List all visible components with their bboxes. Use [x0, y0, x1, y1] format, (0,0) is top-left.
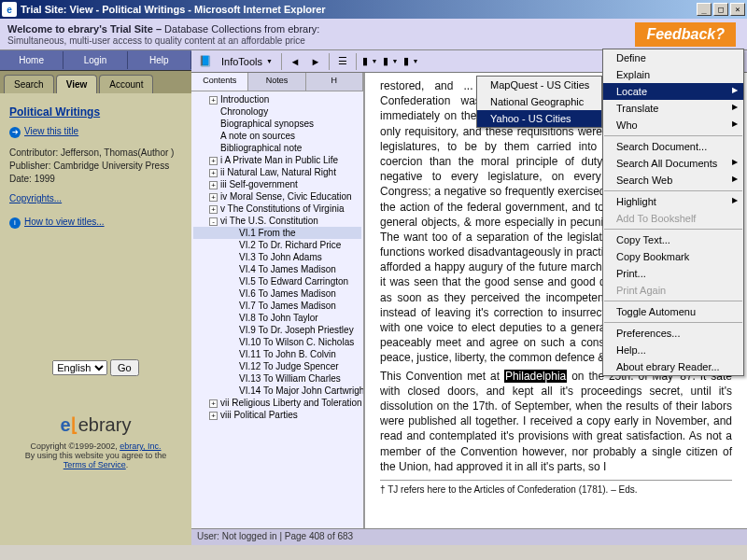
toc-item[interactable]: -vi The U.S. Constitution — [193, 215, 361, 227]
next-icon[interactable]: ► — [305, 52, 326, 71]
toc-item[interactable]: VI.1 From the — [193, 227, 361, 239]
expand-icon[interactable]: + — [209, 399, 218, 408]
toc-item[interactable]: +v The Constitutions of Virginia — [193, 203, 361, 215]
tos-link[interactable]: Terms of Service — [63, 460, 126, 469]
highlight-yellow-icon[interactable]: ▮▼ — [359, 52, 380, 71]
prev-icon[interactable]: ◄ — [285, 52, 305, 71]
toc-item[interactable]: VI.11 To John B. Colvin — [193, 348, 361, 360]
menu-item[interactable]: Translate▶ — [603, 100, 743, 117]
toc-label: vii Religious Liberty and Toleration — [220, 398, 362, 408]
toc-item[interactable]: VI.3 To John Adams — [193, 251, 361, 263]
expand-icon[interactable]: + — [209, 205, 218, 214]
toc-tab-notes[interactable]: Notes — [248, 73, 305, 91]
toc-item[interactable]: +iv Moral Sense, Civic Education — [193, 190, 361, 203]
ebrary-inc-link[interactable]: ebrary, Inc. — [120, 441, 161, 451]
toc-item[interactable]: Biographical synopses — [193, 118, 361, 130]
toc-item[interactable]: VI.7 To James Madison — [193, 300, 361, 312]
toc-tab-contents[interactable]: Contents — [191, 73, 248, 91]
minimize-button[interactable]: _ — [697, 3, 712, 16]
toc-item[interactable]: +viii Political Parties — [193, 409, 361, 421]
highlight-pink-icon[interactable]: ▮▼ — [380, 52, 401, 71]
menu-item[interactable]: Who▶ — [603, 117, 743, 133]
toc-item[interactable]: Bibliographical note — [193, 142, 361, 154]
toc-icon[interactable]: ☰ — [332, 52, 353, 71]
toc-item[interactable]: Chronology — [193, 105, 361, 118]
maximize-button[interactable]: □ — [713, 3, 728, 16]
highlight-blue-icon[interactable]: ▮▼ — [401, 52, 421, 71]
toc-label: VI.9 To Dr. Joseph Priestley — [239, 325, 354, 335]
toc-label: A note on sources — [220, 131, 295, 141]
toc-item[interactable]: VI.8 To John Taylor — [193, 312, 361, 324]
feedback-button[interactable]: Feedback? — [635, 22, 736, 47]
copyrights-link[interactable]: Copyrights... — [9, 193, 62, 203]
menu-item[interactable]: Define — [603, 49, 743, 66]
welcome-bar: Welcome to ebrary's Trial Site – Databas… — [0, 19, 747, 50]
expand-icon[interactable]: + — [209, 181, 218, 189]
menu-item[interactable]: Locate▶ — [603, 83, 743, 100]
submenu-arrow-icon: ▶ — [732, 196, 738, 204]
nav-login[interactable]: Login — [63, 51, 127, 69]
menu-item[interactable]: About ebrary Reader... — [603, 358, 743, 375]
menu-item[interactable]: Search Document... — [603, 138, 743, 155]
toc-item[interactable]: VI.4 To James Madison — [193, 263, 361, 275]
toc-label: VI.1 From the — [239, 228, 296, 238]
document-title-link[interactable]: Political Writings — [9, 105, 100, 119]
close-button[interactable]: × — [730, 3, 745, 16]
menu-item[interactable]: Explain — [603, 66, 743, 83]
expand-icon[interactable]: + — [209, 96, 218, 105]
toc-item[interactable]: VI.9 To Dr. Joseph Priestley — [193, 324, 361, 336]
welcome-bold: Welcome to ebrary's Trial Site – — [7, 23, 162, 35]
toc-label: VI.14 To Major John Cartwright — [239, 385, 363, 396]
menu-item[interactable]: Highlight▶ — [603, 193, 743, 210]
window-title: Trial Site: View - Political Writings - … — [21, 4, 697, 15]
toc-item[interactable]: +ii Natural Law, Natural Right — [193, 166, 361, 178]
menu-item[interactable]: National Geographic — [477, 93, 601, 110]
tab-account[interactable]: Account — [99, 75, 153, 93]
toc-item[interactable]: VI.5 To Edward Carrington — [193, 275, 361, 287]
language-select[interactable]: English — [52, 360, 107, 375]
menu-item[interactable]: Search Web▶ — [603, 172, 743, 189]
book-icon[interactable]: 📘 — [195, 52, 216, 71]
toc-item[interactable]: VI.13 To William Charles — [193, 372, 361, 385]
expand-icon[interactable]: + — [209, 193, 218, 202]
menu-item[interactable]: Preferences... — [603, 325, 743, 342]
menu-item[interactable]: Toggle Automenu — [603, 303, 743, 320]
menu-item[interactable]: Search All Documents▶ — [603, 155, 743, 172]
tab-view[interactable]: View — [56, 75, 98, 93]
ie-icon: e — [2, 2, 17, 17]
window-titlebar: e Trial Site: View - Political Writings … — [0, 0, 747, 19]
expand-icon[interactable]: + — [209, 169, 218, 177]
nav-help[interactable]: Help — [128, 51, 191, 69]
menu-item[interactable]: Help... — [603, 342, 743, 358]
view-title-link[interactable]: View this title — [24, 126, 78, 136]
context-menu[interactable]: DefineExplainLocate▶Translate▶Who▶Search… — [602, 49, 744, 376]
menu-item[interactable]: Print... — [603, 265, 743, 282]
toc-item[interactable]: +Introduction — [193, 93, 361, 105]
toc-item[interactable]: VI.10 To Wilson C. Nicholas — [193, 336, 361, 348]
expand-icon[interactable]: + — [209, 412, 218, 420]
menu-item[interactable]: MapQuest - US Cities — [477, 77, 601, 93]
toc-item[interactable]: A note on sources — [193, 130, 361, 142]
toc-tab-h[interactable]: H — [306, 73, 363, 91]
infotools-button[interactable]: InfoTools▼ — [216, 54, 278, 69]
menu-item[interactable]: Copy Bookmark — [603, 248, 743, 265]
toc-item[interactable]: +vii Religious Liberty and Toleration — [193, 397, 361, 409]
expand-icon[interactable]: + — [209, 157, 218, 165]
toc-item[interactable]: +i A Private Man in Public Life — [193, 154, 361, 166]
howto-link[interactable]: How to view titles... — [24, 217, 105, 227]
toc-item[interactable]: VI.12 To Judge Spencer — [193, 360, 361, 372]
menu-item[interactable]: Copy Text... — [603, 231, 743, 248]
toc-item[interactable]: VI.6 To James Madison — [193, 287, 361, 300]
toc-label: vi The U.S. Constitution — [220, 216, 318, 226]
tab-search[interactable]: Search — [4, 75, 54, 93]
toc-item[interactable]: VI.14 To Major John Cartwright — [193, 385, 361, 397]
toc-list[interactable]: +IntroductionChronologyBiographical syno… — [191, 91, 363, 528]
toc-label: ii Natural Law, Natural Right — [220, 167, 336, 177]
nav-home[interactable]: Home — [0, 51, 63, 69]
toc-item[interactable]: +iii Self-government — [193, 178, 361, 190]
expand-icon[interactable]: - — [209, 217, 218, 226]
toc-item[interactable]: VI.2 To Dr. Richard Price — [193, 239, 361, 251]
menu-item[interactable]: Yahoo - US Cities — [477, 110, 601, 127]
go-button[interactable]: Go — [110, 359, 139, 376]
locate-submenu[interactable]: MapQuest - US CitiesNational GeographicY… — [476, 76, 602, 128]
